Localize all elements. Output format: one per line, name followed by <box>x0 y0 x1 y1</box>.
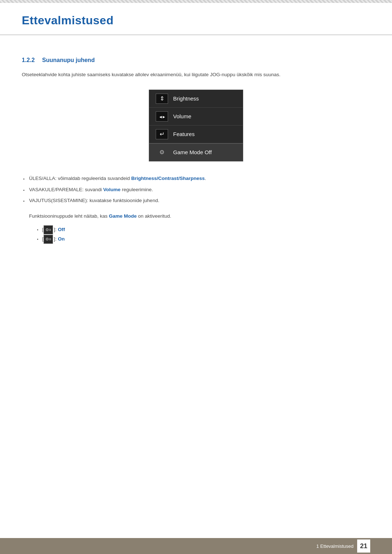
footer-section-label: 1 Ettevalmistused <box>316 543 354 549</box>
sub-bullet-on: [⚙≡]: On <box>36 234 370 244</box>
game-off-label: Off <box>58 227 65 232</box>
features-label: Features <box>173 131 195 137</box>
enter-icon <box>156 129 168 139</box>
game-on-label: On <box>58 236 65 242</box>
menu-item-features: Features <box>149 126 243 143</box>
updown-arrow-icon <box>156 94 168 104</box>
sub-text-paragraph: Funktsiooninuppude leht näitab, kas Game… <box>29 212 370 221</box>
bullet-leftright-bold: Volume <box>103 187 121 192</box>
section-title: Suunanupu juhend <box>42 57 95 63</box>
game-mode-icon: ⚙ <box>156 147 168 157</box>
brightness-label: Brightness <box>173 95 199 102</box>
sub-text-before: Funktsiooninuppude leht näitab, kas <box>29 213 109 219</box>
section-heading: 1.2.2 Suunanupu juhend <box>22 57 370 63</box>
gamemode-label: Game Mode Off <box>173 149 212 155</box>
main-content: 1.2.2 Suunanupu juhend Otseteeklahvide k… <box>0 57 392 244</box>
bullet-leftright-text-after: reguleerimine. <box>121 187 153 192</box>
bullet-updown-text-before: ÜLES/ALLA: võimaldab reguleerida suvande… <box>29 176 131 181</box>
bullet-item-leftright: VASAKULE/PAREMALE: suvandi Volume regule… <box>22 186 370 194</box>
sub-bullet-off: [⚙≡]: Off <box>36 225 370 234</box>
bullet-item-press: VAJUTUS(SISESTAMINE): kuvatakse funktsio… <box>22 197 370 205</box>
game-icon-off: ⚙≡ <box>44 225 53 234</box>
menu-item-volume: Volume <box>149 108 243 126</box>
game-on-bracket-close: ]: <box>54 236 58 242</box>
game-icon-on: ⚙≡ <box>44 235 53 244</box>
leftright-arrow-icon <box>156 111 168 122</box>
menu-illustration: Brightness Volume Features <box>22 90 370 161</box>
sub-bullet-list: [⚙≡]: Off [⚙≡]: On <box>36 225 370 244</box>
bullet-leftright-text-before: VASAKULE/PAREMALE: suvandi <box>29 187 103 192</box>
menu-item-gamemode: ⚙ Game Mode Off <box>149 144 243 161</box>
menu-item-brightness: Brightness <box>149 90 243 108</box>
volume-label: Volume <box>173 113 191 119</box>
header-section: Ettevalmistused <box>0 3 392 35</box>
bullet-list: ÜLES/ALLA: võimaldab reguleerida suvande… <box>22 175 370 205</box>
game-mode-inline-label: Game Mode <box>109 213 137 219</box>
bullet-item-updown: ÜLES/ALLA: võimaldab reguleerida suvande… <box>22 175 370 183</box>
game-off-bracket-close: ]: <box>54 227 58 232</box>
bullet-updown-bold: Brightness/Contrast/Sharpness <box>131 176 205 181</box>
menu-box: Brightness Volume Features <box>149 90 243 161</box>
intro-text: Otseteeklahvide kohta juhiste saamiseks … <box>22 71 370 79</box>
page-title: Ettevalmistused <box>22 14 370 27</box>
bullet-updown-text-after: . <box>205 176 206 181</box>
sub-text-after: on aktiveeritud. <box>136 213 171 219</box>
top-stripe <box>0 0 392 3</box>
footer-page-number: 21 <box>357 539 370 553</box>
bullet-press-text: VAJUTUS(SISESTAMINE): kuvatakse funktsio… <box>29 198 159 203</box>
footer: 1 Ettevalmistused 21 <box>0 538 392 554</box>
section-number: 1.2.2 <box>22 57 35 63</box>
